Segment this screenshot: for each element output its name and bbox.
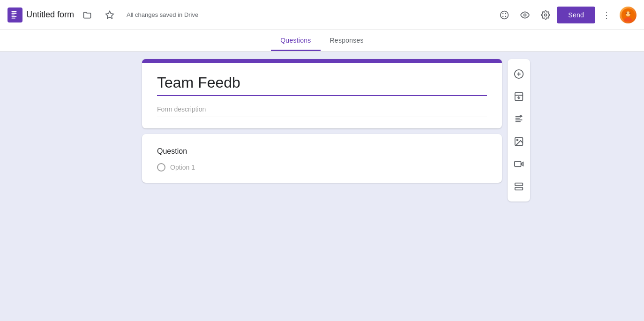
video-icon xyxy=(514,159,524,169)
app-logo xyxy=(7,7,22,22)
add-image-button[interactable] xyxy=(508,130,530,153)
app-title: Untitled form xyxy=(26,10,74,20)
tab-responses[interactable]: Responses xyxy=(321,30,373,51)
question-label: Question xyxy=(157,147,487,156)
add-question-button[interactable] xyxy=(508,63,530,85)
eye-icon xyxy=(520,10,530,20)
section-icon xyxy=(514,181,524,192)
sidebar-tools: T xyxy=(508,59,530,202)
star-button[interactable] xyxy=(100,6,119,24)
radio-option-1 xyxy=(157,163,165,172)
svg-point-8 xyxy=(505,13,507,14)
form-area: Question Option 1 xyxy=(142,59,502,314)
star-icon xyxy=(105,10,114,20)
forms-logo-icon xyxy=(10,10,20,20)
svg-point-9 xyxy=(502,15,504,17)
option-number: 1 xyxy=(191,164,195,171)
title-icon: T xyxy=(514,114,524,124)
svg-point-30 xyxy=(517,139,518,141)
svg-rect-33 xyxy=(515,183,523,186)
user-avatar-icon xyxy=(622,8,635,22)
folder-icon xyxy=(82,10,92,20)
svg-rect-2 xyxy=(12,15,15,15)
add-question-icon xyxy=(514,69,524,79)
gear-icon xyxy=(541,10,550,20)
topbar: Untitled form All changes saved in Drive xyxy=(0,0,644,30)
more-options-button[interactable]: ⋮ xyxy=(597,6,616,24)
svg-rect-34 xyxy=(515,187,523,190)
svg-rect-0 xyxy=(12,11,17,12)
send-button[interactable]: Send xyxy=(557,7,595,23)
avatar-image xyxy=(620,7,637,23)
settings-button[interactable] xyxy=(536,6,555,24)
svg-point-6 xyxy=(501,11,509,19)
add-section-button[interactable] xyxy=(508,175,530,198)
avatar[interactable] xyxy=(620,7,637,23)
option-label: Option xyxy=(170,164,189,171)
main-content: Question Option 1 xyxy=(0,52,644,321)
tab-questions[interactable]: Questions xyxy=(271,30,320,51)
svg-point-12 xyxy=(545,14,547,16)
save-status: All changes saved in Drive xyxy=(127,11,198,18)
preview-button[interactable] xyxy=(516,6,534,24)
move-to-folder-button[interactable] xyxy=(78,6,97,24)
svg-point-11 xyxy=(524,14,526,16)
form-description-input[interactable] xyxy=(157,100,487,117)
palette-icon xyxy=(500,10,509,20)
svg-rect-4 xyxy=(12,17,15,18)
import-questions-button[interactable] xyxy=(508,85,530,108)
svg-point-16 xyxy=(626,12,627,14)
svg-text:T: T xyxy=(520,114,522,119)
question-card: Question Option 1 xyxy=(142,134,502,183)
tabs-bar: Questions Responses xyxy=(0,30,644,52)
image-icon xyxy=(514,136,524,147)
add-title-button[interactable]: T xyxy=(508,108,530,130)
svg-rect-1 xyxy=(12,13,17,14)
topbar-right-actions: Send ⋮ xyxy=(495,6,637,24)
more-icon: ⋮ xyxy=(602,9,611,21)
form-title-input[interactable] xyxy=(157,72,487,96)
form-header-card xyxy=(142,59,502,128)
option-row: Option 1 xyxy=(157,163,487,172)
svg-point-10 xyxy=(505,15,507,17)
customize-theme-button[interactable] xyxy=(495,6,514,24)
svg-point-7 xyxy=(502,13,504,14)
svg-rect-3 xyxy=(12,16,17,17)
svg-marker-5 xyxy=(106,11,114,18)
svg-point-17 xyxy=(629,12,630,14)
option-text-1: Option 1 xyxy=(170,164,195,171)
svg-rect-31 xyxy=(515,162,521,167)
add-video-button[interactable] xyxy=(508,153,530,175)
import-icon xyxy=(514,91,524,102)
